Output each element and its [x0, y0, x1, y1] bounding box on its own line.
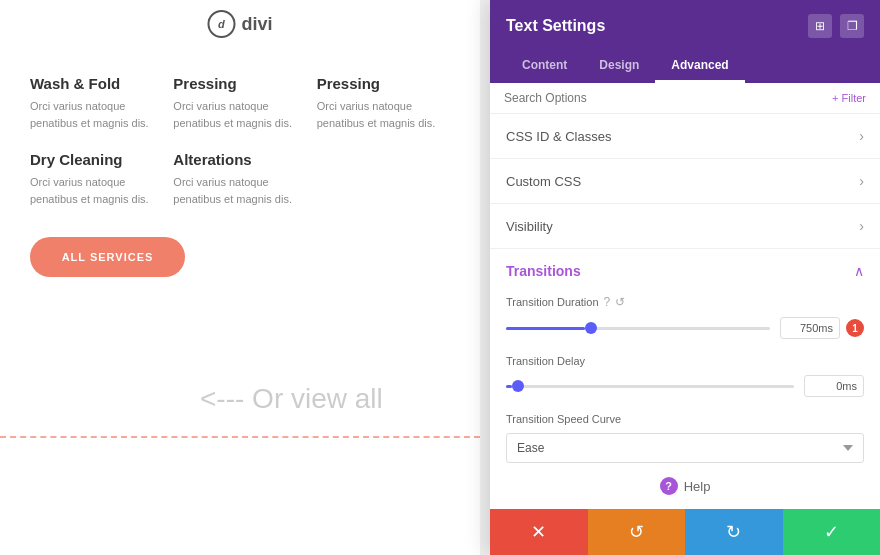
speed-curve-field-label: Transition Speed Curve [506, 413, 864, 425]
duration-slider-container [506, 320, 770, 336]
css-id-classes-section[interactable]: CSS ID & Classes › [490, 114, 880, 159]
custom-css-label: Custom CSS [506, 174, 581, 189]
transitions-section: Transitions ∧ Transition Duration ? ↺ [490, 249, 880, 463]
service-item-1: Pressing Orci varius natoque penatibus e… [173, 75, 306, 131]
all-services-button[interactable]: ALL SERVICES [30, 237, 185, 277]
service-title-4: Alterations [173, 151, 306, 168]
divi-logo-letter: d [218, 18, 225, 30]
service-item-empty [317, 151, 450, 207]
service-title-2: Pressing [317, 75, 450, 92]
duration-slider-track [506, 327, 770, 330]
tab-design[interactable]: Design [583, 50, 655, 83]
duration-slider-fill [506, 327, 585, 330]
search-input[interactable] [504, 91, 824, 105]
panel-body: + Filter CSS ID & Classes › Custom CSS ›… [490, 83, 880, 463]
service-title-0: Wash & Fold [30, 75, 163, 92]
transitions-title: Transitions [506, 263, 581, 279]
panel-title: Text Settings [506, 17, 605, 35]
divi-logo: d divi [207, 10, 272, 38]
reset-button[interactable]: ↺ [588, 509, 686, 555]
redo-button[interactable]: ↻ [685, 509, 783, 555]
delay-slider-container [506, 378, 794, 394]
panel-footer: ? Help ✕ ↺ ↻ ✓ [490, 463, 880, 555]
css-id-chevron-icon: › [859, 128, 864, 144]
custom-css-chevron-icon: › [859, 173, 864, 189]
panel-tabs: Content Design Advanced [506, 50, 864, 83]
custom-css-section[interactable]: Custom CSS › [490, 159, 880, 204]
service-item-2: Pressing Orci varius natoque penatibus e… [317, 75, 450, 131]
settings-panel: Text Settings ⊞ ❐ Content Design Advance… [490, 0, 880, 555]
bottom-border [0, 436, 480, 440]
visibility-chevron-icon: › [859, 218, 864, 234]
help-row[interactable]: ? Help [490, 463, 880, 509]
search-row: + Filter [490, 83, 880, 114]
action-buttons: ✕ ↺ ↻ ✓ [490, 509, 880, 555]
duration-badge: 1 [846, 319, 864, 337]
duration-input[interactable] [780, 317, 840, 339]
page-content: d divi Wash & Fold Orci varius natoque p… [0, 0, 480, 555]
service-title-3: Dry Cleaning [30, 151, 163, 168]
service-item-4: Alterations Orci varius natoque penatibu… [173, 151, 306, 207]
cancel-button[interactable]: ✕ [490, 509, 588, 555]
delay-slider-track [506, 385, 794, 388]
service-item-3: Dry Cleaning Orci varius natoque penatib… [30, 151, 163, 207]
visibility-section[interactable]: Visibility › [490, 204, 880, 249]
services-grid: Wash & Fold Orci varius natoque penatibu… [30, 75, 450, 207]
duration-field-label: Transition Duration ? ↺ [506, 295, 864, 309]
css-id-classes-label: CSS ID & Classes [506, 129, 611, 144]
delay-field-label: Transition Delay [506, 355, 864, 367]
panel-header-icons: ⊞ ❐ [808, 14, 864, 38]
service-text-3: Orci varius natoque penatibus et magnis … [30, 174, 163, 207]
filter-button[interactable]: + Filter [832, 92, 866, 104]
service-text-4: Orci varius natoque penatibus et magnis … [173, 174, 306, 207]
delay-input[interactable] [804, 375, 864, 397]
visibility-label: Visibility [506, 219, 553, 234]
help-circle-icon: ? [660, 477, 678, 495]
panel-expand-icon[interactable]: ⊞ [808, 14, 832, 38]
duration-value-badge: 1 [780, 317, 864, 339]
delay-slider-thumb[interactable] [512, 380, 524, 392]
divi-logo-name: divi [241, 14, 272, 35]
save-button[interactable]: ✓ [783, 509, 881, 555]
service-item-0: Wash & Fold Orci varius natoque penatibu… [30, 75, 163, 131]
help-text: Help [684, 479, 711, 494]
transitions-header[interactable]: Transitions ∧ [506, 263, 864, 279]
delay-slider-row [506, 375, 864, 397]
panel-header: Text Settings ⊞ ❐ Content Design Advance… [490, 0, 880, 83]
duration-slider-row: 1 [506, 317, 864, 339]
service-text-0: Orci varius natoque penatibus et magnis … [30, 98, 163, 131]
service-title-1: Pressing [173, 75, 306, 92]
tab-advanced[interactable]: Advanced [655, 50, 744, 83]
duration-help-icon[interactable]: ? [604, 295, 611, 309]
transitions-chevron-icon: ∧ [854, 263, 864, 279]
divi-logo-circle: d [207, 10, 235, 38]
service-text-1: Orci varius natoque penatibus et magnis … [173, 98, 306, 131]
tab-content[interactable]: Content [506, 50, 583, 83]
service-text-2: Orci varius natoque penatibus et magnis … [317, 98, 450, 131]
panel-copy-icon[interactable]: ❐ [840, 14, 864, 38]
duration-reset-icon[interactable]: ↺ [615, 295, 625, 309]
or-view-text: <--- Or view all [200, 383, 383, 415]
panel-title-row: Text Settings ⊞ ❐ [506, 14, 864, 38]
speed-curve-select[interactable]: Ease Linear Ease In Ease Out Ease In Out [506, 433, 864, 463]
duration-slider-thumb[interactable] [585, 322, 597, 334]
